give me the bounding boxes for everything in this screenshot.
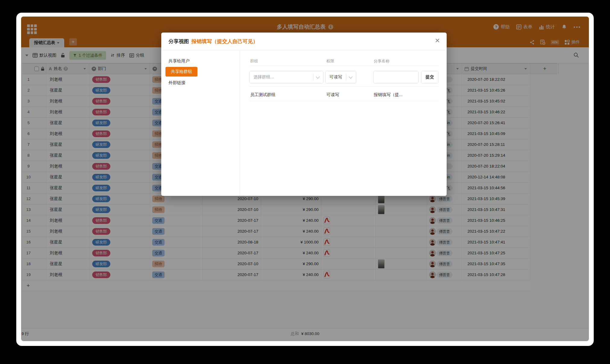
app-window: 多人填写自动汇总表 i ? 帮助 表单 统计 ••• 报销汇总表 [16,13,594,346]
perm-column-header: 权限 [326,58,334,64]
share-view-dialog: 分享视图报销填写（提交人自己可见） ✕ 共享给用户 共享给群组 外部链接 群组 … [161,33,447,196]
nav-external-links[interactable]: 外部链接 [168,80,185,86]
submit-button[interactable]: 提交 [421,71,439,83]
shared-group-share-name: 报销填写（提... [374,92,403,98]
close-icon[interactable]: ✕ [435,37,440,44]
nav-share-to-users[interactable]: 共享给用户 [168,58,190,64]
chevron-down-icon [316,75,320,79]
shared-group-perm: 可读写 [326,92,339,98]
group-column-header: 群组 [250,58,258,64]
dialog-title-view-name: 报销填写（提交人自己可见） [191,39,258,44]
app-surface: 多人填写自动汇总表 i ? 帮助 表单 统计 ••• 报销汇总表 [21,17,589,341]
group-select[interactable]: 选择群组... [249,71,323,83]
share-name-column-header: 分享名称 [374,58,389,64]
nav-share-to-groups[interactable]: 共享给群组 [165,67,197,77]
group-select-placeholder: 选择群组... [250,74,313,80]
permission-select[interactable]: 可读写 [325,71,356,83]
dialog-title-prefix: 分享视图 [168,39,189,44]
share-name-input[interactable] [373,71,419,83]
chevron-down-icon [349,75,353,79]
shared-group-name: 员工测试群组 [250,92,275,98]
permission-select-value: 可读写 [325,74,346,80]
dialog-title: 分享视图报销填写（提交人自己可见） [168,38,258,45]
